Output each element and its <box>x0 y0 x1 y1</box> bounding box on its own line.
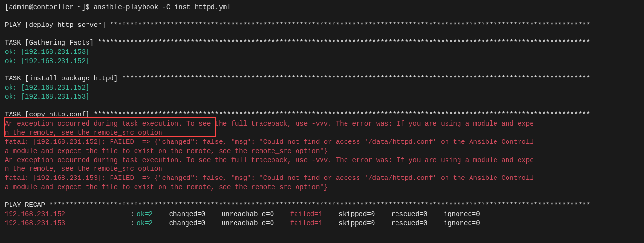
recap-unreachable: unreachable=0 <box>222 210 274 219</box>
recap-row: 192.168.231.152 : ok=2 changed=0 unreach… <box>5 210 639 219</box>
recap-pad <box>153 219 169 228</box>
task-gathering-facts: TASK [Gathering Facts] *****************… <box>5 38 639 48</box>
task-copy-conf: TASK [copy http.conf] ******************… <box>5 110 639 119</box>
recap-colon: : <box>131 210 135 219</box>
recap-pad <box>153 210 169 219</box>
recap-failed: failed=1 <box>290 210 322 219</box>
recap-pad <box>427 210 444 219</box>
recap-pad <box>375 210 391 219</box>
ok-host-line: ok: [192.168.231.152] <box>5 57 639 66</box>
recap-row: 192.168.231.153 : ok=2 changed=0 unreach… <box>5 219 639 228</box>
recap-unreachable: unreachable=0 <box>222 219 274 228</box>
recap-skipped: skipped=0 <box>339 210 375 219</box>
recap-pad <box>205 210 222 219</box>
recap-pad <box>322 210 339 219</box>
recap-pad <box>274 210 290 219</box>
recap-pad <box>274 219 290 228</box>
exception-line: An exception occurred during task execut… <box>5 156 639 165</box>
recap-rescued: rescued=0 <box>391 210 428 219</box>
exception-line: n the remote, see the remote_src option <box>5 128 639 138</box>
recap-failed: failed=1 <box>290 219 322 228</box>
exception-line: An exception occurred during task execut… <box>5 119 639 128</box>
ok-host-line: ok: [192.168.231.153] <box>5 92 639 102</box>
ok-host-line: ok: [192.168.231.153] <box>5 48 639 57</box>
ok-host-line: ok: [192.168.231.152] <box>5 83 639 92</box>
fatal-line: fatal: [192.168.231.153]: FAILED! => {"c… <box>5 174 639 183</box>
recap-skipped: skipped=0 <box>339 219 375 228</box>
recap-ok: ok=2 <box>136 219 153 228</box>
task-install-package: TASK [install package httpd] ***********… <box>5 74 639 83</box>
play-recap-header: PLAY RECAP *****************************… <box>5 201 639 210</box>
recap-pad <box>375 219 391 228</box>
recap-changed: changed=0 <box>169 210 206 219</box>
recap-ignored: ignored=0 <box>444 210 480 219</box>
command-text: ansible-playbook -C inst_httpd.yml <box>94 3 231 11</box>
recap-changed: changed=0 <box>169 219 206 228</box>
fatal-line: fatal: [192.168.231.152]: FAILED! => {"c… <box>5 138 639 147</box>
recap-ok: ok=2 <box>136 210 153 219</box>
fatal-line: a module and expect the file to exist on… <box>5 147 639 156</box>
recap-pad <box>427 219 444 228</box>
recap-pad <box>322 219 339 228</box>
prompt-line: [admin@contorller ~]$ ansible-playbook -… <box>5 3 639 12</box>
recap-pad <box>205 219 222 228</box>
exception-line: n the remote, see the remote_src option <box>5 165 639 174</box>
fatal-line: a module and expect the file to exist on… <box>5 183 639 192</box>
recap-ignored: ignored=0 <box>444 219 480 228</box>
recap-colon: : <box>131 219 135 228</box>
recap-host: 192.168.231.153 <box>5 219 131 228</box>
shell-prompt: [admin@contorller ~]$ <box>5 3 94 11</box>
recap-rescued: rescued=0 <box>391 219 428 228</box>
play-header: PLAY [deploy http server] **************… <box>5 21 639 30</box>
recap-host: 192.168.231.152 <box>5 210 131 219</box>
